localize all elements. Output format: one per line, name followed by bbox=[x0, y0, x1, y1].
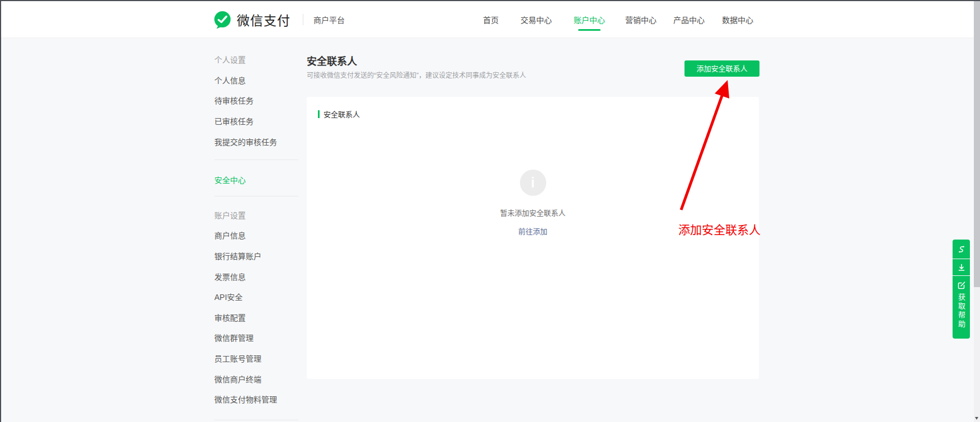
add-security-contact-button[interactable]: 添加安全联系人 bbox=[684, 60, 759, 77]
sidebar: 个人设置 个人信息 待审核任务 已审核任务 我提交的审核任务 安全中心 账户设置… bbox=[214, 49, 298, 420]
nav-item-marketing-center[interactable]: 营销中心 bbox=[625, 1, 657, 38]
window-left-edge bbox=[0, 0, 1, 422]
sidebar-item-reviewed-tasks[interactable]: 已审核任务 bbox=[214, 111, 298, 132]
sidebar-section-account-settings: 账户设置 bbox=[214, 205, 298, 226]
sidebar-divider bbox=[214, 420, 298, 420]
window-top-edge bbox=[0, 0, 980, 1]
nav-item-transaction-center[interactable]: 交易中心 bbox=[521, 1, 552, 38]
get-help-label: 获取帮助 bbox=[956, 293, 967, 329]
sidebar-item-my-submitted-review-tasks[interactable]: 我提交的审核任务 bbox=[214, 131, 298, 152]
nav-item-home[interactable]: 首页 bbox=[483, 1, 499, 38]
link-icon bbox=[956, 245, 966, 254]
sidebar-item-wechat-group-management[interactable]: 微信群管理 bbox=[214, 327, 298, 348]
empty-state-message: 暂未添加安全联系人 bbox=[307, 207, 759, 218]
sidebar-item-invoice-info[interactable]: 发票信息 bbox=[214, 266, 298, 287]
security-contacts-card: 安全联系人 i 暂未添加安全联系人 前往添加 bbox=[307, 97, 759, 379]
nav-item-account-center-label: 账户中心 bbox=[574, 14, 605, 25]
card-section-title: 安全联系人 bbox=[323, 109, 360, 119]
sidebar-item-security-center[interactable]: 安全中心 bbox=[214, 170, 298, 190]
go-add-link[interactable]: 前往添加 bbox=[518, 226, 547, 236]
active-nav-underline bbox=[578, 29, 601, 31]
sidebar-item-pending-review-tasks[interactable]: 待审核任务 bbox=[214, 90, 298, 111]
get-help-button[interactable]: 获取帮助 bbox=[953, 276, 970, 339]
page-title: 安全联系人 bbox=[307, 53, 357, 68]
sidebar-item-merchant-info[interactable]: 商户信息 bbox=[214, 225, 298, 246]
sidebar-item-wechat-merchant-terminal[interactable]: 微信商户终端 bbox=[214, 368, 298, 389]
sidebar-item-review-config[interactable]: 审核配置 bbox=[214, 307, 298, 328]
section-accent-bar bbox=[318, 110, 320, 118]
compose-icon bbox=[956, 280, 966, 290]
platform-label: 商户平台 bbox=[313, 14, 345, 25]
scrollbar-down-arrow[interactable] bbox=[975, 417, 978, 420]
help-link-button[interactable] bbox=[953, 240, 970, 259]
sidebar-item-wechat-pay-materials-management[interactable]: 微信支付物料管理 bbox=[214, 389, 298, 410]
top-header: 微信支付 商户平台 首页 交易中心 账户中心 营销中心 产品中心 数据中心 bbox=[0, 1, 974, 38]
nav-item-account-center[interactable]: 账户中心 bbox=[574, 1, 605, 38]
scrollbar-thumb[interactable] bbox=[974, 1, 980, 287]
annotation-text: 添加安全联系人 bbox=[678, 221, 761, 237]
page-subtitle: 可接收微信支付发送的“安全风险通知”，建议设定技术同事成为安全联系人 bbox=[307, 70, 526, 79]
vertical-scrollbar[interactable] bbox=[974, 0, 980, 422]
sidebar-item-bank-settlement-account[interactable]: 银行结算账户 bbox=[214, 246, 298, 266]
sidebar-item-staff-account-management[interactable]: 员工账号管理 bbox=[214, 348, 298, 369]
nav-item-data-center[interactable]: 数据中心 bbox=[722, 1, 753, 38]
wechat-pay-logo-icon bbox=[213, 11, 232, 29]
logo-divider bbox=[303, 14, 303, 25]
sidebar-divider bbox=[214, 160, 298, 160]
card-header: 安全联系人 bbox=[318, 109, 360, 119]
brand-logo-text: 微信支付 bbox=[237, 10, 290, 29]
sidebar-section-personal-settings: 个人设置 bbox=[214, 49, 298, 70]
floating-helper-widget: 获取帮助 bbox=[953, 240, 970, 339]
sidebar-item-api-security[interactable]: API安全 bbox=[214, 287, 298, 307]
info-icon: i bbox=[520, 170, 546, 196]
sidebar-divider bbox=[214, 196, 298, 196]
download-button[interactable] bbox=[953, 259, 970, 275]
nav-item-product-center[interactable]: 产品中心 bbox=[673, 1, 705, 38]
brand-logo-group[interactable]: 微信支付 商户平台 bbox=[213, 1, 345, 38]
download-icon bbox=[957, 263, 966, 272]
sidebar-item-personal-info[interactable]: 个人信息 bbox=[214, 70, 298, 91]
